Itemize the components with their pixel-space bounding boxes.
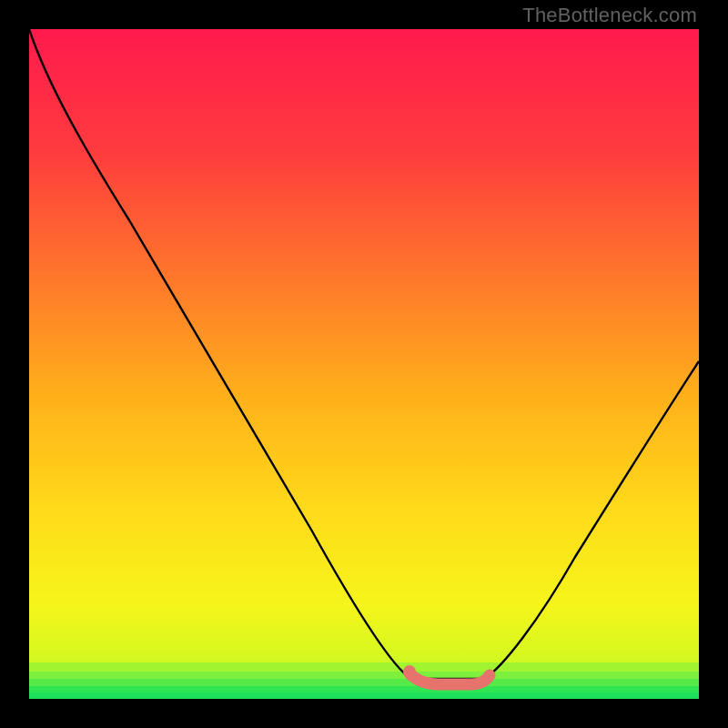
bottleneck-curve <box>29 29 699 679</box>
plot-area <box>29 29 699 699</box>
watermark-text: TheBottleneck.com <box>522 4 697 27</box>
curves-layer <box>29 29 699 699</box>
chart-frame: TheBottleneck.com <box>0 0 728 728</box>
optimal-range-marker <box>410 673 490 684</box>
